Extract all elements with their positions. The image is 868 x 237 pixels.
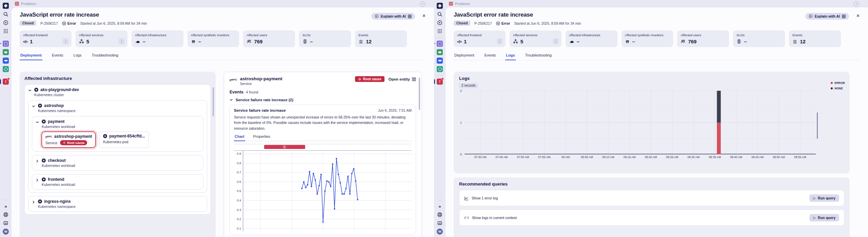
open-entity-button[interactable]: Open entity bbox=[389, 77, 416, 81]
tile-menu-button[interactable]: ⋮ bbox=[553, 38, 559, 44]
tree-node-cluster: aks-playground-dev Kubernetes cluster as… bbox=[24, 84, 211, 215]
tab-deployment[interactable]: Deployment bbox=[454, 53, 475, 60]
chip-name: payment-654cffd... bbox=[109, 134, 145, 138]
tree-node-workload-checkout: checkout Kubernetes workload bbox=[32, 155, 203, 171]
summary-tiles: Affected frontend </>1 ⋮ Affected servic… bbox=[454, 30, 841, 47]
expand-rail-icon[interactable]: » bbox=[437, 203, 443, 209]
severity: Error bbox=[62, 21, 76, 25]
event-group-toggle[interactable]: Service failure rate increase (2) bbox=[230, 98, 416, 102]
explain-with-ai-button[interactable]: Explain with AI bbox=[805, 13, 849, 20]
robot-icon bbox=[625, 39, 630, 44]
kubernetes-app-icon[interactable] bbox=[437, 66, 443, 72]
run-query-button[interactable]: ▷Run query bbox=[809, 194, 839, 202]
help-icon[interactable]: ? bbox=[420, 1, 425, 7]
tab-properties[interactable]: Properties bbox=[253, 134, 271, 141]
problems-app-icon[interactable]: ! bbox=[3, 79, 9, 85]
tab-chart[interactable]: Chart bbox=[234, 134, 245, 141]
kubernetes-app-icon[interactable] bbox=[3, 66, 9, 72]
chevron-down-icon[interactable] bbox=[230, 98, 233, 102]
kubernetes-icon bbox=[103, 134, 107, 138]
event-marker-bar[interactable] bbox=[264, 145, 305, 149]
reports-icon[interactable] bbox=[437, 220, 443, 226]
severity-label: Error bbox=[501, 21, 510, 25]
users-icon bbox=[680, 39, 686, 44]
scrollbar-thumb[interactable] bbox=[213, 87, 214, 116]
siren-icon bbox=[358, 39, 363, 44]
tile-value: 769 bbox=[254, 39, 262, 44]
help-lifebuoy-icon[interactable] bbox=[437, 212, 443, 218]
service-chip-astroshop-payment[interactable]: gRPCastroshop-payment Service Root cause bbox=[41, 131, 96, 148]
tree-node-header[interactable]: ingress-nginx Kubernetes namespace bbox=[32, 199, 203, 209]
problem-id: P-2506217 bbox=[40, 21, 58, 25]
tab-troubleshooting[interactable]: Troubleshooting bbox=[91, 53, 119, 60]
event-timeline-track bbox=[234, 144, 412, 151]
explain-with-ai-label: Explain with AI bbox=[815, 14, 840, 18]
pod-chip-payment[interactable]: payment-654cffd... Kubernetes pod bbox=[99, 131, 149, 148]
user-avatar[interactable]: W bbox=[3, 229, 9, 235]
expand-rail-icon[interactable]: » bbox=[3, 203, 9, 209]
tab-logs[interactable]: Logs bbox=[505, 53, 515, 60]
tab-logs[interactable]: Logs bbox=[73, 53, 82, 60]
play-icon: ▷ bbox=[813, 216, 816, 220]
close-icon[interactable]: ✕ bbox=[422, 13, 426, 18]
scrollbar-thumb[interactable] bbox=[419, 78, 420, 110]
clouds-app-icon[interactable] bbox=[3, 41, 9, 47]
help-icon[interactable]: ? bbox=[854, 1, 859, 7]
app-tab-problems[interactable]: ! Problems bbox=[15, 2, 36, 6]
run-query-button[interactable]: ▷Run query bbox=[809, 214, 839, 221]
help-lifebuoy-icon[interactable] bbox=[3, 212, 9, 218]
search-icon[interactable] bbox=[3, 11, 9, 17]
tile-affected-infrastructure: Affected infrastructure – bbox=[132, 30, 183, 47]
dynatrace-logo-icon[interactable] bbox=[3, 3, 9, 9]
tree-node-header[interactable]: frontend Kubernetes workload bbox=[36, 177, 200, 187]
explain-with-ai-button[interactable]: Explain with AI bbox=[371, 13, 415, 20]
dashboards-app-icon[interactable] bbox=[3, 58, 9, 64]
app-tab-problems[interactable]: ! Problems bbox=[449, 2, 470, 6]
legend-none-label: NONE bbox=[834, 87, 843, 90]
cloud-icon bbox=[135, 39, 140, 44]
tile-menu-button[interactable]: ⋮ bbox=[63, 38, 69, 44]
workflows-app-icon[interactable] bbox=[3, 49, 9, 55]
clouds-app-icon[interactable] bbox=[437, 41, 443, 47]
kubernetes-icon bbox=[42, 120, 46, 124]
chevron-down-icon[interactable] bbox=[28, 89, 32, 97]
close-icon[interactable]: ✕ bbox=[856, 13, 860, 18]
workflows-app-icon[interactable] bbox=[437, 49, 443, 55]
chevron-right-icon[interactable] bbox=[36, 159, 39, 168]
tab-events[interactable]: Events bbox=[51, 53, 64, 60]
problems-app-icon[interactable]: ! bbox=[437, 79, 443, 85]
tile-value: – bbox=[143, 39, 145, 44]
entity-type: Service bbox=[240, 82, 282, 86]
tab-troubleshooting[interactable]: Troubleshooting bbox=[525, 53, 552, 60]
chevron-right-icon[interactable] bbox=[32, 200, 35, 209]
tile-affected-services: Affected services 5 ⋮ bbox=[510, 30, 561, 47]
tab-events[interactable]: Events bbox=[484, 53, 497, 60]
legend-none-dot bbox=[831, 87, 833, 89]
chevron-down-icon[interactable] bbox=[32, 105, 35, 113]
tree-node-header[interactable]: astroshop Kubernetes namespace bbox=[32, 103, 203, 113]
davis-ai-icon[interactable] bbox=[3, 20, 9, 26]
tile-value: – bbox=[744, 39, 747, 44]
tree-node-header[interactable]: payment Kubernetes workload bbox=[36, 119, 200, 129]
app-grid-icon[interactable] bbox=[437, 28, 443, 34]
user-avatar[interactable]: W bbox=[437, 229, 443, 235]
tree-node-header[interactable]: aks-playground-dev Kubernetes cluster bbox=[28, 87, 207, 97]
query-row-logs-context[interactable]: Show logs in current context ▷Run query bbox=[459, 210, 844, 226]
chevron-right-icon[interactable] bbox=[36, 178, 39, 187]
reports-icon[interactable] bbox=[3, 220, 9, 226]
search-icon[interactable] bbox=[437, 11, 443, 17]
tile-events: Events 12 bbox=[355, 30, 407, 47]
dynatrace-logo-icon[interactable] bbox=[437, 3, 443, 9]
query-row-error-log[interactable]: Show 1 error log ▷Run query bbox=[459, 190, 844, 206]
chevron-down-icon[interactable] bbox=[36, 121, 39, 129]
tab-deployment[interactable]: Deployment bbox=[20, 53, 42, 60]
tile-menu-button[interactable]: ⋮ bbox=[497, 38, 503, 44]
tree-node-header[interactable]: checkout Kubernetes workload bbox=[36, 158, 200, 168]
app-grid-icon[interactable] bbox=[3, 28, 9, 34]
tile-label: Affected frontend bbox=[23, 33, 68, 37]
tile-value: 12 bbox=[366, 39, 372, 44]
scrollbar-thumb[interactable] bbox=[817, 112, 818, 139]
davis-ai-icon[interactable] bbox=[437, 20, 443, 26]
dashboards-app-icon[interactable] bbox=[437, 58, 443, 64]
tile-menu-button[interactable]: ⋮ bbox=[119, 38, 125, 44]
